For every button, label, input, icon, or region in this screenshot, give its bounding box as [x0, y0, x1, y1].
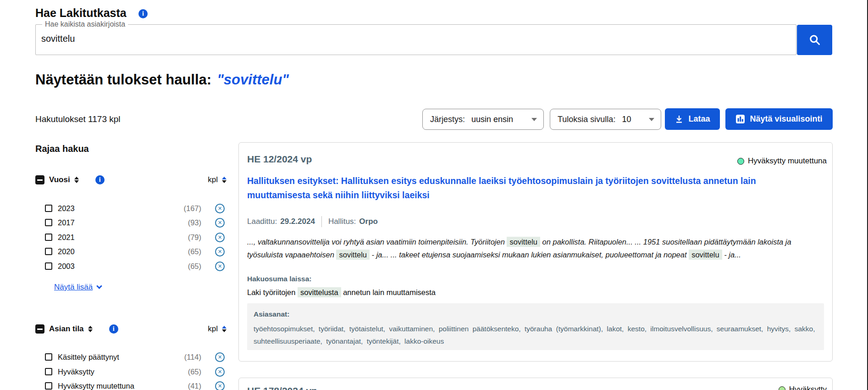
status-label: Hyväksytty — [789, 385, 827, 390]
government-label: Hallitus: — [328, 217, 356, 226]
facet-item-2017: 2017 (93) — [45, 217, 225, 228]
search-button[interactable] — [797, 25, 832, 55]
search-field: Hae kaikista asiakirjoista — [35, 20, 796, 55]
checkbox[interactable] — [45, 262, 52, 270]
chevron-down-icon — [649, 118, 654, 121]
show-visualization-button[interactable]: Näytä visualisointi — [725, 108, 833, 130]
checkbox[interactable] — [45, 368, 52, 375]
info-icon[interactable] — [109, 324, 118, 334]
exclude-icon[interactable] — [215, 352, 225, 362]
sort-arrows-icon[interactable] — [88, 326, 93, 333]
checkbox[interactable] — [45, 219, 52, 226]
info-icon[interactable] — [95, 175, 105, 184]
facet-asian-tila-checkbox[interactable] — [35, 324, 44, 334]
search-icon — [808, 33, 822, 47]
keywords-label: Asiasanat: — [254, 310, 818, 318]
facet-item-hyvaksytty-muutettuna: Hyväksytty muutettuna (41) — [45, 380, 225, 390]
checkbox[interactable] — [45, 205, 52, 212]
facet-item-2020: 2020 (65) — [45, 245, 225, 257]
results-heading-prefix: Näytetään tulokset haulla: — [35, 72, 211, 88]
facet-item-count: (93) — [188, 218, 201, 227]
per-page-value: 10 — [622, 115, 631, 124]
result-title-link[interactable]: Hallituksen esitykset: Hallituksen esity… — [247, 174, 811, 202]
facet-item-kasittely-paattynyt: Käsittely päättynyt (114) — [45, 351, 225, 363]
divider — [321, 216, 322, 227]
facet-item-hyvaksytty: Hyväksytty (65) — [45, 366, 225, 378]
status-dot-icon — [779, 386, 785, 390]
search-field-label: Hae kaikista asiakirjoista — [42, 20, 128, 28]
sort-arrows-icon[interactable] — [74, 177, 79, 184]
results-heading: Näytetään tulokset haulla:"sovittelu" — [35, 72, 289, 88]
checkbox[interactable] — [45, 382, 52, 390]
facet-item-count: (65) — [188, 247, 201, 256]
results-heading-query: "sovittelu" — [217, 72, 289, 88]
exclude-icon[interactable] — [215, 233, 225, 242]
result-meta: Laadittu: 29.2.2024 Hallitus: Orpo — [247, 216, 378, 227]
facet-item-count: (167) — [183, 204, 201, 213]
chevron-down-icon — [96, 283, 102, 289]
checkbox[interactable] — [45, 234, 52, 241]
per-page-label: Tuloksia sivulla: — [558, 115, 615, 124]
download-icon — [674, 115, 684, 124]
show-visualization-label: Näytä visualisointi — [750, 114, 822, 124]
facet-header-vuosi: Vuosi kpl — [35, 173, 227, 187]
exclude-icon[interactable] — [215, 367, 225, 377]
result-card: HE 12/2024 vp Hyväksytty muutettuna Hall… — [238, 142, 833, 362]
checkbox[interactable] — [45, 248, 52, 255]
download-button[interactable]: Lataa — [665, 108, 720, 130]
exclude-icon[interactable] — [215, 204, 225, 213]
created-value: 29.2.2024 — [280, 217, 315, 226]
facet-item-label: Hyväksytty muutettuna — [58, 382, 134, 390]
kpl-sort-arrows-icon[interactable] — [222, 326, 227, 333]
exclude-icon[interactable] — [215, 218, 225, 228]
exclude-icon[interactable] — [215, 247, 225, 256]
status-label: Hyväksytty muutettuna — [748, 156, 827, 166]
created-label: Laadittu: — [247, 217, 277, 226]
facet-vuosi-checkbox[interactable] — [35, 175, 44, 184]
keywords-box: Asiasanat: työehtosopimukset, työriidat,… — [247, 303, 824, 350]
info-icon[interactable] — [138, 9, 148, 18]
facet-item-2021: 2021 (79) — [45, 231, 225, 243]
sort-select[interactable]: Järjestys: uusin ensin — [422, 109, 544, 130]
facet-item-2023: 2023 (167) — [45, 202, 225, 214]
page-title: Hae Lakitutkasta — [35, 6, 127, 20]
keywords-list: työehtosopimukset, työriidat, työtaistel… — [254, 323, 818, 347]
download-button-label: Lataa — [688, 114, 710, 124]
bar-chart-icon — [735, 114, 745, 124]
facet-vuosi-label: Vuosi — [49, 175, 70, 184]
exclude-icon[interactable] — [215, 262, 225, 271]
facet-item-label: 2020 — [58, 247, 75, 256]
facet-item-label: 2017 — [58, 218, 75, 227]
result-card: HE 178/2024 vp Hyväksytty — [238, 378, 833, 390]
law-hit-text: Laki työriitojen sovittelusta annetun la… — [247, 286, 821, 299]
facet-item-count: (79) — [188, 233, 201, 242]
facet-item-label: 2003 — [58, 262, 75, 271]
per-page-select[interactable]: Tuloksia sivulla: 10 — [550, 109, 661, 130]
show-more-label: Näytä lisää — [54, 283, 93, 292]
search-input[interactable] — [36, 28, 769, 49]
result-doc-id: HE 178/2024 vp — [247, 385, 317, 390]
sort-select-value: uusin ensin — [471, 115, 513, 124]
status-badge: Hyväksytty muutettuna — [737, 156, 827, 166]
results-count: Hakutulokset 1173 kpl — [35, 114, 121, 124]
facet-item-label: Hyväksytty — [58, 368, 94, 376]
facet-header-asian-tila: Asian tila kpl — [35, 322, 227, 336]
sidebar-title: Rajaa hakua — [35, 144, 89, 154]
chevron-down-icon — [531, 118, 537, 121]
checkbox[interactable] — [45, 353, 52, 361]
facet-item-label: 2021 — [58, 233, 75, 242]
facet-item-2003: 2003 (65) — [45, 260, 225, 272]
facet-item-count: (41) — [188, 382, 201, 390]
law-hit-label: Hakuosuma laissa: — [247, 275, 311, 283]
status-badge: Hyväksytty — [779, 385, 827, 390]
facet-item-label: Käsittely päättynyt — [58, 353, 119, 362]
facet-item-count: (114) — [184, 353, 201, 362]
show-more-link[interactable]: Näytä lisää — [54, 283, 101, 292]
exclude-icon[interactable] — [215, 381, 225, 390]
kpl-sort-arrows-icon[interactable] — [222, 177, 227, 184]
facet-item-count: (65) — [188, 368, 201, 376]
status-dot-icon — [737, 158, 744, 165]
facet-item-count: (65) — [188, 262, 201, 271]
result-doc-id: HE 12/2024 vp — [247, 154, 312, 165]
government-value: Orpo — [359, 217, 378, 226]
